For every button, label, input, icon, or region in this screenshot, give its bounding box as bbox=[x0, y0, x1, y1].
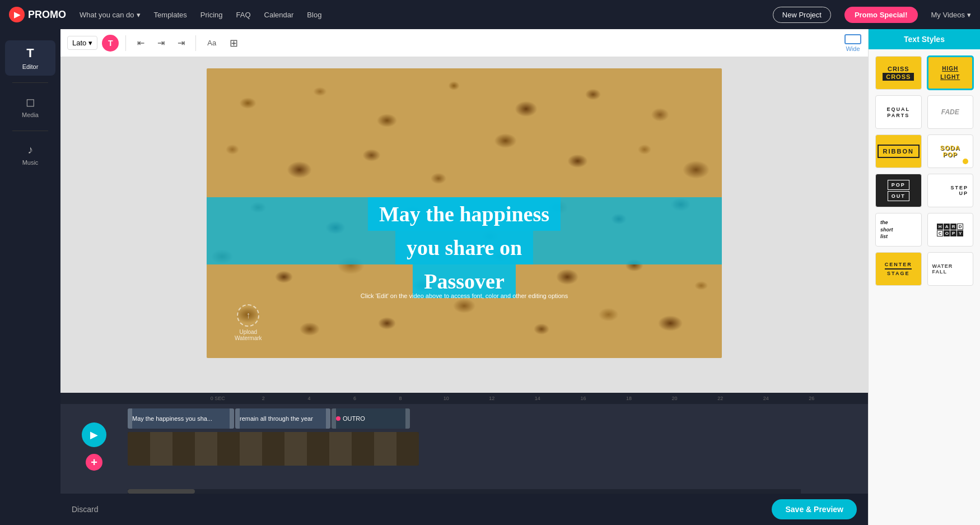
clip-handle-right[interactable] bbox=[405, 408, 410, 429]
chevron-down-icon: ▾ bbox=[88, 39, 92, 47]
sidebar-item-music[interactable]: ♪ Music bbox=[5, 138, 55, 171]
ruler-mark: 22 bbox=[697, 396, 743, 401]
sidebar-editor-label: Editor bbox=[22, 63, 39, 70]
center-stage-label-2: STAGE bbox=[887, 271, 909, 276]
nav-what-you-can-do[interactable]: What you can do ▾ bbox=[80, 11, 141, 19]
timeline-clip-2[interactable]: remain all through the year bbox=[235, 408, 330, 429]
wide-button[interactable]: Wide bbox=[844, 34, 861, 52]
criss-label: CRISS bbox=[884, 65, 913, 73]
style-equal-parts[interactable]: EQUAL PARTS bbox=[875, 95, 922, 129]
toolbar-right: Wide bbox=[844, 34, 861, 52]
ruler-mark: 2 bbox=[241, 396, 287, 401]
step-up-label-1: STEP bbox=[950, 185, 968, 191]
right-panel: Text Styles CRISS CROSS HIGH LIGHT EQUAL… bbox=[868, 29, 980, 525]
media-track[interactable] bbox=[128, 432, 419, 466]
text-icon: T bbox=[26, 46, 34, 61]
chevron-down-icon: ▾ bbox=[967, 11, 971, 19]
equal-parts-label-2: PARTS bbox=[887, 113, 909, 118]
align-center-button[interactable]: ⇥ bbox=[153, 35, 169, 51]
editor-toolbar: Lato ▾ T ⇤ ⇥ ⇥ Aa ⊞ bbox=[60, 29, 868, 57]
main-layout: T Editor ◻ Media ♪ Music Lato ▾ T ⇤ bbox=[0, 29, 980, 525]
nav-faq[interactable]: FAQ bbox=[236, 11, 251, 19]
ruler-mark: 6 bbox=[332, 396, 378, 401]
grid-button[interactable]: ⊞ bbox=[225, 35, 242, 52]
waterfall-label-1: WATER bbox=[932, 263, 953, 269]
ruler-mark: 12 bbox=[469, 396, 515, 401]
canvas[interactable]: May the happiness you share on Passover … bbox=[207, 68, 722, 358]
my-videos-button[interactable]: My Videos ▾ bbox=[931, 11, 971, 19]
canvas-text-block[interactable]: May the happiness you share on Passover bbox=[368, 197, 561, 298]
chevron-down-icon: ▾ bbox=[137, 11, 141, 19]
ruler-marks: 0 SEC 2 4 6 8 10 12 14 16 18 20 22 24 26 bbox=[195, 396, 834, 401]
watermark-label: UploadWatermark bbox=[235, 329, 262, 341]
style-center-stage[interactable]: CENTER STAGE bbox=[875, 252, 922, 286]
style-waterfall[interactable]: WATER FALL bbox=[927, 252, 974, 286]
wide-icon bbox=[844, 34, 861, 44]
sidebar-item-media[interactable]: ◻ Media bbox=[5, 90, 55, 124]
canvas-text-line1[interactable]: May the happiness bbox=[368, 197, 561, 231]
nav-templates[interactable]: Templates bbox=[154, 11, 187, 19]
style-ribbon[interactable]: RIBBON bbox=[875, 134, 922, 168]
text-color-button[interactable]: T bbox=[102, 35, 119, 52]
ruler-track: 0 SEC 2 4 6 8 10 12 14 16 18 20 22 24 26 bbox=[195, 393, 834, 404]
ruler-mark: 24 bbox=[743, 396, 789, 401]
style-soda-pop[interactable]: Soda Pop bbox=[927, 134, 974, 168]
style-pop-out[interactable]: POP OUT bbox=[875, 174, 922, 207]
nav-pricing[interactable]: Pricing bbox=[200, 11, 223, 19]
discard-button[interactable]: Discard bbox=[72, 505, 98, 514]
short-list-label: theshortlist bbox=[880, 219, 893, 240]
sidebar-music-label: Music bbox=[22, 159, 39, 166]
style-criss-cross[interactable]: CRISS CROSS bbox=[875, 56, 922, 90]
style-fade[interactable]: FADE bbox=[927, 95, 974, 129]
text-styles-grid: CRISS CROSS HIGH LIGHT EQUAL PARTS FADE bbox=[869, 49, 980, 292]
top-nav: ▶ PROMO What you can do ▾ Templates Pric… bbox=[0, 0, 980, 29]
logo[interactable]: ▶ PROMO bbox=[9, 7, 66, 22]
timeline-scrollbar[interactable] bbox=[128, 489, 801, 494]
sidebar-item-editor[interactable]: T Editor bbox=[5, 40, 55, 76]
font-selector[interactable]: Lato ▾ bbox=[67, 36, 97, 50]
clip-handle-left[interactable] bbox=[235, 408, 240, 429]
toolbar-divider-1 bbox=[125, 35, 126, 51]
clip-handle-left[interactable] bbox=[332, 408, 336, 429]
align-left-button[interactable]: ⇤ bbox=[133, 35, 148, 51]
clip-handle-right[interactable] bbox=[326, 408, 330, 429]
hard-copy-row-1: H A R D bbox=[937, 224, 963, 230]
nav-blog[interactable]: Blog bbox=[307, 11, 321, 19]
add-clip-button[interactable]: + bbox=[86, 454, 102, 471]
style-step-up[interactable]: STEP UP bbox=[927, 174, 974, 207]
cross-label: CROSS bbox=[883, 73, 914, 81]
timeline-tracks[interactable]: May the happiness you sha... remain all … bbox=[128, 404, 868, 489]
canvas-text-line2[interactable]: you share on bbox=[395, 231, 533, 264]
style-short-list[interactable]: theshortlist bbox=[875, 213, 922, 247]
canvas-watermark-button[interactable]: ↑ UploadWatermark bbox=[235, 304, 262, 341]
new-project-button[interactable]: New Project bbox=[773, 7, 831, 23]
save-preview-button[interactable]: Save & Preview bbox=[772, 499, 857, 519]
nav-calendar[interactable]: Calendar bbox=[264, 11, 294, 19]
style-hard-copy[interactable]: H A R D C O P Y bbox=[927, 213, 974, 247]
clip-2-label: remain all through the year bbox=[240, 415, 326, 422]
timeline-clip-outro[interactable]: OUTRO bbox=[332, 408, 410, 429]
pop-out-label-2: OUT bbox=[888, 191, 909, 201]
timeline-scroll-thumb[interactable] bbox=[128, 489, 195, 494]
style-highlight[interactable]: HIGH LIGHT bbox=[927, 56, 974, 90]
music-icon: ♪ bbox=[27, 143, 33, 156]
timeline-clip-1[interactable]: May the happiness you sha... bbox=[128, 408, 234, 429]
align-right-button[interactable]: ⇥ bbox=[173, 35, 189, 51]
text-tracks: May the happiness you sha... remain all … bbox=[128, 408, 868, 429]
play-button[interactable]: ▶ bbox=[82, 422, 106, 447]
highlight-label-1: HIGH bbox=[940, 65, 960, 72]
panel-header: Text Styles bbox=[869, 29, 980, 49]
text-size-button[interactable]: Aa bbox=[203, 36, 221, 49]
soda-label-1: Soda bbox=[940, 145, 960, 151]
canvas-edit-hint: Click 'Edit' on the video above to acces… bbox=[361, 292, 568, 299]
highlight-label-2: LIGHT bbox=[938, 73, 962, 81]
ruler-mark: 20 bbox=[652, 396, 698, 401]
clip-handle-left[interactable] bbox=[128, 408, 132, 429]
promo-special-button[interactable]: Promo Special! bbox=[844, 7, 918, 23]
left-sidebar: T Editor ◻ Media ♪ Music bbox=[0, 29, 60, 525]
ruler-mark: 4 bbox=[286, 396, 332, 401]
hard-copy-row-2: C O P Y bbox=[937, 230, 963, 236]
timeline-ruler: 0 SEC 2 4 6 8 10 12 14 16 18 20 22 24 26 bbox=[60, 393, 868, 404]
clip-handle-right[interactable] bbox=[230, 408, 234, 429]
ruler-mark: 14 bbox=[515, 396, 561, 401]
